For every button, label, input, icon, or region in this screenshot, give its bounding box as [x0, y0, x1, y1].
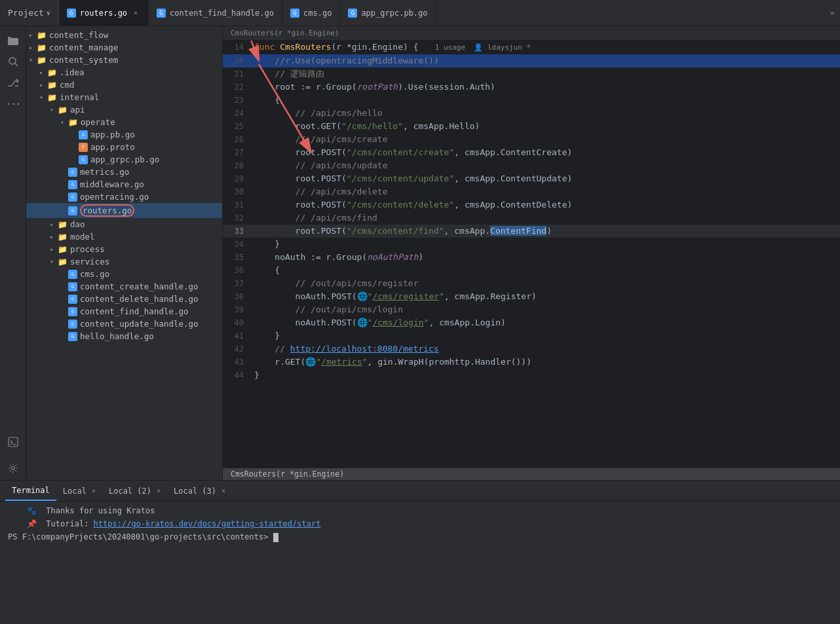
line-code[interactable]: noAuth.POST(🌐"/cms/register", cmsApp.Reg… — [249, 290, 840, 303]
code-token: { — [254, 95, 280, 105]
tree-item-internal[interactable]: ▾📁internal — [26, 91, 222, 103]
tab-cms[interactable]: Gcms.go — [282, 0, 340, 26]
folder-arrow-icon: ▸ — [50, 233, 58, 240]
tree-item-process[interactable]: ▸📁process — [26, 243, 222, 255]
tree-item-model[interactable]: ▸📁model — [26, 230, 222, 243]
sidebar-icon-terminal[interactable] — [4, 433, 22, 451]
tab-app_grpc[interactable]: Gapp_grpc.pb.go — [340, 0, 436, 26]
line-code[interactable]: // /api/cms/create — [249, 133, 840, 146]
tree-item-content_system[interactable]: ▾📁content_system — [26, 54, 222, 66]
line-code[interactable]: root.POST("/cms/content/update", cmsApp.… — [249, 172, 840, 185]
tree-item-content_delete_handle-go[interactable]: Gcontent_delete_handle.go — [26, 293, 222, 305]
line-code[interactable]: // /api/cms/update — [249, 159, 840, 172]
sidebar-icon-more[interactable]: ··· — [4, 94, 22, 113]
line-code[interactable]: func CmsRouters(r *gin.Engine) { 1 usage… — [249, 41, 840, 54]
terminal-link[interactable]: https://go-kratos.dev/docs/getting-start… — [94, 519, 321, 528]
tree-item-opentracing-go[interactable]: Gopentracing.go — [26, 191, 222, 203]
line-code[interactable]: //r.Use(opentracingMiddleware()) — [249, 54, 840, 67]
tree-item-label: app.proto — [90, 142, 135, 152]
terminal-tab-label: Terminal — [12, 486, 50, 495]
line-code[interactable]: // /api/cms/hello — [249, 107, 840, 120]
line-code[interactable]: // /api/cms/find — [249, 211, 840, 225]
tree-item-label: .idea — [60, 67, 85, 77]
line-code[interactable]: root.POST("/cms/content/create", cmsApp.… — [249, 146, 840, 159]
code-line: 28 // /api/cms/update — [223, 159, 840, 172]
line-code[interactable]: { — [249, 94, 840, 107]
tree-item-content_manage[interactable]: ▸📁content_manage — [26, 41, 222, 54]
sidebar-icon-search[interactable] — [4, 52, 22, 71]
tree-item-services[interactable]: ▾📁services — [26, 255, 222, 268]
line-code[interactable]: // /out/api/cms/login — [249, 303, 840, 316]
tree-item-app-pb-go[interactable]: Gapp.pb.go — [26, 128, 222, 141]
folder-arrow-icon: ▾ — [29, 56, 37, 64]
code-token: // /api/cms/update — [254, 160, 388, 170]
tree-item-content_create_handle-go[interactable]: Gcontent_create_handle.go — [26, 280, 222, 293]
line-code[interactable]: noAuth := r.Group(noAuthPath) — [249, 251, 840, 264]
line-code[interactable]: r.GET(🌐"/metrics", gin.WrapH(promhttp.Ha… — [249, 356, 840, 369]
terminal-tab-local3[interactable]: Local (3)× — [167, 481, 232, 501]
code-token: , cmsApp.ContentCreate) — [454, 147, 572, 157]
line-code[interactable]: root.POST("/cms/content/find", cmsApp.Co… — [249, 225, 840, 238]
line-code[interactable]: } — [249, 238, 840, 251]
terminal-tab-terminal[interactable]: Terminal — [5, 481, 56, 501]
tree-item--idea[interactable]: ▸📁.idea — [26, 66, 222, 79]
line-code[interactable]: noAuth.POST(🌐"/cms/login", cmsApp.Login) — [249, 316, 840, 329]
tree-item-cmd[interactable]: ▸📁cmd — [26, 79, 222, 91]
line-number: 41 — [223, 329, 249, 342]
line-code[interactable]: // 逻辑路由 — [249, 67, 840, 81]
tab-routers[interactable]: Grouters.go× — [59, 0, 149, 26]
code-line: 20 //r.Use(opentracingMiddleware()) — [223, 54, 840, 67]
tree-item-label: content_create_handle.go — [80, 282, 199, 291]
tree-item-label: services — [70, 257, 109, 266]
tree-item-content_flow[interactable]: ▸📁content_flow — [26, 29, 222, 41]
tree-item-label: content_delete_handle.go — [80, 294, 199, 304]
project-menu[interactable]: Project ∨ — [0, 0, 59, 26]
line-number: 27 — [223, 146, 249, 159]
tree-item-cms-go[interactable]: Gcms.go — [26, 268, 222, 280]
line-code[interactable]: root.POST("/cms/content/delete", cmsApp.… — [249, 198, 840, 211]
line-code[interactable]: root.GET("/cms/hello", cmsApp.Hello) — [249, 120, 840, 133]
code-token: noAuthPath — [367, 252, 418, 262]
terminal-tab-close[interactable]: × — [92, 487, 96, 494]
tree-item-label: app.pb.go — [90, 130, 135, 139]
terminal-content[interactable]: 🐾 Thanks for using Kratos 📌 Tutorial: ht… — [0, 502, 840, 624]
tree-item-app_grpc-pb-go[interactable]: Gapp_grpc.pb.go — [26, 153, 222, 166]
code-content[interactable]: 14func CmsRouters(r *gin.Engine) { 1 usa… — [223, 41, 840, 468]
terminal-tab-local2[interactable]: Local (2)× — [102, 481, 167, 501]
line-code[interactable]: } — [249, 329, 840, 342]
tree-item-middleware-go[interactable]: Gmiddleware.go — [26, 178, 222, 191]
tree-item-label: internal — [60, 92, 99, 102]
tab-content_find[interactable]: Gcontent_find_handle.go — [149, 0, 282, 26]
terminal-tab-local[interactable]: Local× — [56, 481, 102, 501]
tree-item-content_find_handle-go[interactable]: Gcontent_find_handle.go — [26, 305, 222, 318]
tree-item-hello_handle-go[interactable]: Ghello_handle.go — [26, 330, 222, 342]
tree-item-routers-go[interactable]: Grouters.go — [26, 203, 222, 218]
line-code[interactable]: } — [249, 369, 840, 382]
code-link[interactable]: http://localhost:8080/metrics — [290, 344, 439, 354]
code-token: // /api/cms/find — [254, 213, 377, 223]
sidebar-icon-settings[interactable] — [4, 459, 22, 477]
more-tabs-button[interactable]: » — [824, 8, 840, 18]
terminal-tab-close[interactable]: × — [221, 487, 225, 494]
sidebar-icon-git[interactable]: ⎇ — [4, 73, 22, 92]
terminal-tab-close[interactable]: × — [157, 487, 161, 494]
tree-item-dao[interactable]: ▸📁dao — [26, 218, 222, 230]
terminal-cursor — [273, 533, 278, 542]
line-code[interactable]: { — [249, 264, 840, 277]
line-number: 37 — [223, 277, 249, 290]
line-code[interactable]: // /api/cms/delete — [249, 185, 840, 198]
sidebar-icon-folder[interactable] — [4, 31, 22, 50]
tree-item-operate[interactable]: ▾📁operate — [26, 116, 222, 128]
line-code[interactable]: // /out/api/cms/register — [249, 277, 840, 290]
folder-arrow-icon: ▸ — [39, 81, 47, 88]
tree-item-app-proto[interactable]: Papp.proto — [26, 141, 222, 153]
editor-tabs: Grouters.go×Gcontent_find_handle.goGcms.… — [59, 0, 824, 26]
line-code[interactable]: root := r.Group(rootPath).Use(session.Au… — [249, 81, 840, 94]
folder-arrow-icon: ▸ — [39, 69, 47, 76]
tree-item-content_update_handle-go[interactable]: Gcontent_update_handle.go — [26, 318, 222, 330]
tree-item-api[interactable]: ▾📁api — [26, 103, 222, 116]
tab-close-routers[interactable]: × — [131, 9, 140, 18]
tree-item-metrics-go[interactable]: Gmetrics.go — [26, 166, 222, 178]
folder-arrow-icon: ▾ — [50, 106, 58, 113]
line-code[interactable]: // http://localhost:8080/metrics — [249, 342, 840, 356]
